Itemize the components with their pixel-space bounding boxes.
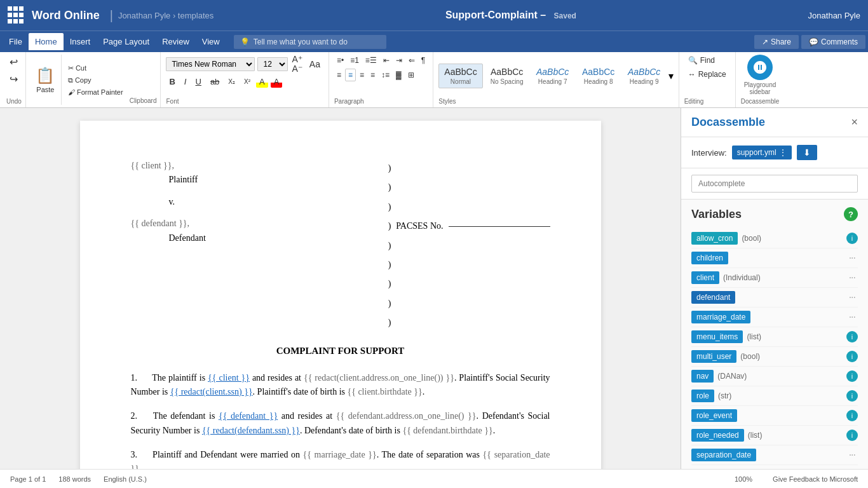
clear-format-button[interactable]: Aa [306,58,323,71]
subscript-button[interactable]: X₂ [225,77,238,86]
breadcrumb[interactable]: Jonathan Pyle › templates [118,11,214,20]
align-left-button[interactable]: ≡ [334,69,344,81]
comments-button[interactable]: 💬 Comments [801,35,865,49]
italic-button[interactable]: I [181,76,190,88]
align-center-button[interactable]: ≡ [345,69,356,81]
variable-tag[interactable]: role_event [691,409,737,422]
breadcrumb-folder: templates [178,11,214,20]
tell-me-field[interactable]: 💡 Tell me what you want to do [234,35,386,49]
variable-tag[interactable]: multi_user [691,350,736,363]
line-spacing-button[interactable]: ↕≡ [379,69,392,81]
share-button[interactable]: ↗ Share [754,35,799,49]
variable-more-button[interactable]: ··· [846,292,858,303]
saved-status: Saved [554,11,576,20]
borders-button[interactable]: ⊞ [405,69,417,81]
multilevel-button[interactable]: ≡☰ [363,55,379,66]
paste-button[interactable]: 📋 Paste [30,55,62,105]
docassemble-button[interactable] [747,55,773,80]
style-nospace-item[interactable]: AaBbCc No Spacing [485,64,529,88]
style-h7-item[interactable]: AaBbCc Heading 7 [531,64,574,88]
variable-tag[interactable]: nav [691,370,714,383]
font-color-button[interactable]: A [271,76,283,88]
shading-button[interactable]: ▓ [393,69,404,81]
justify-button[interactable]: ≡ [368,69,377,81]
variable-tag[interactable]: marriage_date [691,311,750,323]
variable-tag[interactable]: role_needed [691,429,744,442]
menu-page-layout[interactable]: Page Layout [97,33,156,50]
style-h9-item[interactable]: AaBbCc Heading 9 [623,64,666,88]
defendant-link-1: {{ defendant }} [219,411,278,421]
strikethrough-button[interactable]: ab [207,76,222,88]
underline-button[interactable]: U [192,76,204,88]
redo-button[interactable]: ↪ [8,72,19,86]
variable-tag[interactable]: separation_date [691,449,756,461]
font-size-increase[interactable]: A⁺ [290,55,303,64]
interview-label: Interview: [691,148,727,158]
undo-button[interactable]: ↩ [8,55,19,69]
variable-more-button[interactable]: ··· [846,311,858,323]
language: English (U.S.) [104,475,147,483]
menu-review[interactable]: Review [156,33,196,50]
highlight-button[interactable]: A [256,76,268,88]
variable-more-button[interactable]: ··· [846,252,858,264]
copy-icon: ⧉ [68,76,73,85]
menu-home[interactable]: Home [29,33,64,50]
interview-download-button[interactable]: ⬇ [797,145,817,160]
variable-info-button[interactable]: i [846,430,858,441]
variable-info-button[interactable]: i [846,370,858,382]
app-grid-button[interactable] [8,6,25,24]
autocomplete-input[interactable] [691,175,858,193]
menu-view[interactable]: View [196,33,226,50]
document-area[interactable]: {{ client }}, Plaintiff v. {{ defendant … [0,108,681,469]
font-size-decrease[interactable]: A⁻ [290,64,303,73]
sidebar-close-button[interactable]: × [851,116,858,129]
variable-more-button[interactable]: ··· [846,449,858,461]
variable-tag[interactable]: client [691,271,719,284]
variable-info-button[interactable]: i [846,233,858,244]
menu-insert[interactable]: Insert [64,33,97,50]
font-size-select[interactable]: 12 [257,57,288,71]
menu-file[interactable]: File [3,33,29,50]
title-bar: Word Online | Jonathan Pyle › templates … [0,0,868,30]
user-name[interactable]: Jonathan Pyle [808,11,860,20]
variable-info-button[interactable]: i [846,351,858,362]
variable-tag[interactable]: allow_cron [691,232,738,245]
bold-button[interactable]: B [166,76,178,88]
copy-button[interactable]: ⧉ Copy [65,75,126,86]
align-right-button[interactable]: ≡ [357,69,367,81]
font-name-select[interactable]: Times New Roman [166,57,255,71]
variable-info-button[interactable]: i [846,331,858,342]
bullets-button[interactable]: ≡• [334,55,346,66]
style-h8-label: Heading 8 [584,78,613,85]
decrease-indent-button[interactable]: ⇤ [381,55,392,66]
superscript-button[interactable]: X² [241,77,254,86]
cut-button[interactable]: ✂ Cut [65,63,126,74]
variable-info-button[interactable]: i [846,410,858,421]
style-normal-item[interactable]: AaBbCc Normal [438,64,482,88]
variable-more-button[interactable]: ··· [846,272,858,283]
styles-expand-button[interactable]: ▾ [668,70,674,82]
style-h8-item[interactable]: AaBbCc Heading 8 [577,64,620,88]
variables-help-button[interactable]: ? [844,207,858,221]
clipboard-label: Clipboard [130,96,157,104]
variable-tag[interactable]: menu_items [691,330,743,343]
rtl-button[interactable]: ⇐ [406,55,417,66]
variable-tag[interactable]: defendant [691,291,735,304]
find-button[interactable]: 🔍 Find [684,55,730,66]
defendant-label: Defendant [131,231,388,245]
replace-button[interactable]: ↔ Replace [684,69,730,80]
format-painter-button[interactable]: 🖌 Format Painter [65,87,126,97]
numbering-button[interactable]: ≡1 [348,55,362,66]
increase-indent-button[interactable]: ⇥ [393,55,405,66]
interview-select[interactable]: support.yml ⋮ [732,146,792,159]
show-marks-button[interactable]: ¶ [419,55,428,66]
variable-item: menu_items(list)i [691,327,858,347]
undo-redo-group: ↩ ↪ Undo [3,52,26,107]
variable-info-button[interactable]: i [846,390,858,402]
variable-tag[interactable]: children [691,252,728,264]
client-var: {{ client }}, [131,159,388,173]
styles-label: Styles [438,97,673,105]
plaintiff-label: Plaintiff [131,173,388,187]
variable-tag[interactable]: role [691,390,714,402]
feedback-link[interactable]: Give Feedback to Microsoft [773,475,858,483]
